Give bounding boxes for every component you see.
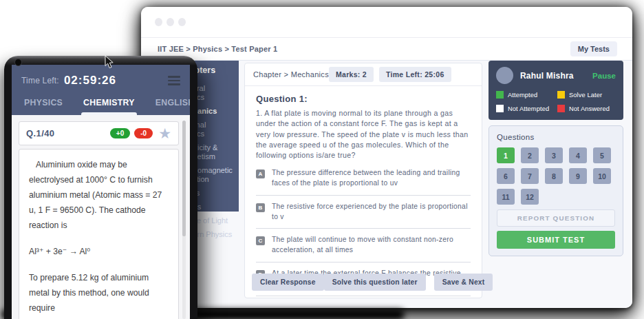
avatar xyxy=(496,67,513,84)
attempted-swatch xyxy=(496,91,504,99)
mobile-content: Q.1/40 +0 -0 ★ Aluminium oxide may be el… xyxy=(12,115,190,319)
option-c[interactable]: C The plate will continue to move with c… xyxy=(256,235,471,256)
question-number-1[interactable]: 1 xyxy=(497,147,515,163)
question-number-2[interactable]: 2 xyxy=(521,147,539,163)
window-control-dot[interactable] xyxy=(178,18,186,26)
tab-physics[interactable]: PHYSICS xyxy=(22,98,65,115)
legend-solve-later: Solve Later xyxy=(557,91,616,99)
question-number-11[interactable]: 11 xyxy=(497,189,515,205)
legend-attempted: Attempted xyxy=(496,91,555,99)
breadcrumb-bar: IIT JEE > Physics > Test Paper 1 My Test… xyxy=(141,38,632,61)
menu-icon[interactable] xyxy=(168,76,180,85)
browser-window: IIT JEE > Physics > Test Paper 1 My Test… xyxy=(141,7,632,308)
window-control-dot[interactable] xyxy=(167,18,174,26)
phone-window: Time Left: 02:59:26 PHYSICS CHEMISTRY EN… xyxy=(4,56,197,319)
question-title: Question 1: xyxy=(256,94,471,104)
clear-response-button[interactable]: Clear Response xyxy=(252,274,324,291)
solve-later-button[interactable]: Solve this question later xyxy=(324,274,426,291)
legend-not-attempted: Not Attempted xyxy=(496,105,555,112)
user-name: Rahul Mishra xyxy=(520,71,574,81)
question-card-header: Chapter > Mechanics Marks: 2 Time Left: … xyxy=(245,63,482,86)
browser-content: Chapters General Physics Mechanics Therm… xyxy=(141,61,632,308)
save-next-button[interactable]: Save & Next xyxy=(434,274,493,291)
tab-english-proficiency[interactable]: ENGLISH PROFICIENCY xyxy=(153,98,190,115)
right-panel: Rahul Mishra Pause Attempted Solve Later xyxy=(489,61,623,256)
mobile-question-text: Aluminium oxide may be electrolysed at 1… xyxy=(29,158,169,234)
chapter-breadcrumb: Chapter > Mechanics xyxy=(253,70,329,79)
marks-badge: Marks: 2 xyxy=(329,67,374,82)
time-left-badge: Time Left: 25:06 xyxy=(379,67,451,82)
legend-not-answered: Not Answered xyxy=(557,105,616,112)
browser-topbar xyxy=(141,7,632,38)
question-counter: Q.1/40 xyxy=(26,128,54,138)
option-divider xyxy=(256,195,471,196)
option-c-text: The plate will continue to move with con… xyxy=(272,235,471,256)
option-c-chip: C xyxy=(256,236,265,245)
window-controls xyxy=(155,18,186,26)
question-number-6[interactable]: 6 xyxy=(497,168,515,184)
option-divider xyxy=(256,296,471,296)
tab-chemistry[interactable]: CHEMISTRY xyxy=(81,98,137,115)
report-question-button[interactable]: REPORT QUESTION xyxy=(497,209,615,227)
option-b[interactable]: B The resistive force experienced by the… xyxy=(256,202,471,223)
option-divider xyxy=(256,228,471,229)
option-a-chip: A xyxy=(256,169,265,178)
questions-title: Questions xyxy=(497,133,615,141)
not-answered-swatch xyxy=(557,105,565,112)
submit-test-button[interactable]: SUBMIT TEST xyxy=(497,231,615,249)
option-a[interactable]: A The pressure difference between the le… xyxy=(256,168,471,189)
question-number-8[interactable]: 8 xyxy=(545,168,563,184)
question-footer: Clear Response Solve this question later… xyxy=(252,274,475,291)
desktop-canvas: IIT JEE > Physics > Test Paper 1 My Test… xyxy=(0,0,644,319)
mobile-question-text-2: To prepare 5.12 kg of aluminium metal by… xyxy=(29,271,169,316)
question-number-7[interactable]: 7 xyxy=(521,168,539,184)
window-control-dot[interactable] xyxy=(155,18,162,26)
question-card: Chapter > Mechanics Marks: 2 Time Left: … xyxy=(244,63,482,298)
breadcrumb[interactable]: IIT JEE > Physics > Test Paper 1 xyxy=(158,45,277,53)
equation: Al³⁺ + 3e⁻ → Al⁰ xyxy=(29,245,169,260)
mobile-header: Time Left: 02:59:26 xyxy=(12,65,190,88)
pause-button[interactable]: Pause xyxy=(592,72,616,80)
mobile-question-header: Q.1/40 +0 -0 ★ xyxy=(19,121,179,145)
question-number-9[interactable]: 9 xyxy=(569,168,587,184)
solve-later-swatch xyxy=(557,91,565,99)
subject-tabs: PHYSICS CHEMISTRY ENGLISH PROFICIENCY xyxy=(12,88,190,115)
option-b-text: The resistive force experienced by the p… xyxy=(272,202,471,223)
my-tests-button[interactable]: My Tests xyxy=(570,41,617,56)
question-number-grid: 1 2 3 4 5 6 7 8 9 10 11 12 xyxy=(497,147,615,205)
status-legend: Attempted Solve Later Not Attempted xyxy=(496,91,616,112)
scrollbar[interactable] xyxy=(182,121,186,319)
option-a-text: The pressure difference between the lead… xyxy=(272,168,471,189)
questions-panel: Questions 1 2 3 4 5 6 7 8 9 10 11 12 xyxy=(489,125,623,256)
question-number-4[interactable]: 4 xyxy=(569,147,587,163)
option-b-chip: B xyxy=(256,203,265,212)
timer-value: 02:59:26 xyxy=(64,74,116,88)
phone-screen: Time Left: 02:59:26 PHYSICS CHEMISTRY EN… xyxy=(12,65,190,319)
phone-camera xyxy=(14,59,22,66)
question-number-5[interactable]: 5 xyxy=(593,147,611,163)
question-number-12[interactable]: 12 xyxy=(521,189,539,205)
user-card: Rahul Mishra Pause Attempted Solve Later xyxy=(489,61,623,120)
option-divider xyxy=(256,262,471,263)
negative-marks-badge: -0 xyxy=(134,128,153,138)
question-number-3[interactable]: 3 xyxy=(545,147,563,163)
positive-marks-badge: +0 xyxy=(110,128,130,138)
mouse-cursor xyxy=(105,55,115,70)
scrollbar-thumb[interactable] xyxy=(182,121,186,236)
mobile-question-body: Aluminium oxide may be electrolysed at 1… xyxy=(19,149,179,319)
time-left-label: Time Left: xyxy=(21,76,59,85)
question-body: Question 1: 1. A flat plate is moving no… xyxy=(245,86,482,296)
bookmark-star-icon[interactable]: ★ xyxy=(158,129,171,138)
question-text: 1. A flat plate is moving normal to its … xyxy=(256,108,471,161)
not-attempted-swatch xyxy=(496,105,504,112)
question-number-10[interactable]: 10 xyxy=(593,168,611,184)
